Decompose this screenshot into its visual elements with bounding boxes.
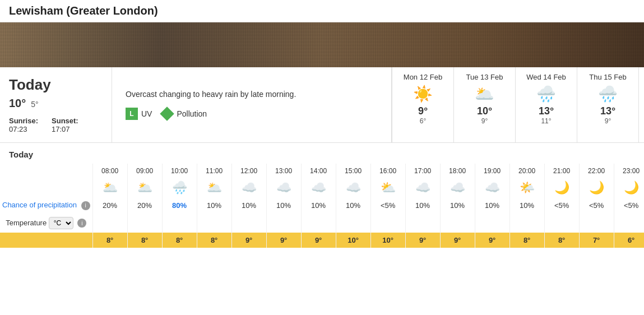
hour-label: 18:00 — [440, 164, 475, 178]
temp-value: 8° — [127, 233, 162, 248]
forecast-day-2[interactable]: Wed 14 Feb 🌧️ 13° 11° — [515, 67, 577, 142]
hourly-table: 08:0009:0010:0011:0012:0013:0014:0015:00… — [0, 164, 644, 248]
hourly-title: Today — [0, 150, 644, 164]
forecast-high: 13° — [582, 105, 634, 117]
today-temps: 10° 5° — [9, 97, 103, 110]
weather-icon: 🌙 — [544, 178, 579, 197]
precip-value: 20% — [127, 197, 162, 214]
weather-icon: 🌥️ — [197, 178, 231, 197]
precip-value: 10% — [301, 197, 336, 214]
sunset-label: Sunset: — [52, 117, 78, 125]
pollution-icon — [161, 108, 173, 120]
precip-value: <5% — [579, 197, 614, 214]
today-left-panel: Today 10° 5° Sunrise: 07:23 Sunset: 17:0… — [0, 67, 112, 142]
badges-row: L UV Pollution — [126, 108, 378, 120]
weather-icon: 🌧️ — [162, 178, 197, 197]
hour-label: 23:00 — [614, 164, 644, 178]
weather-icon: ☁️ — [336, 178, 370, 197]
today-high: 10° — [9, 97, 26, 109]
sunrise-label: Sunrise: — [9, 117, 38, 125]
precip-value: 10% — [440, 197, 475, 214]
forecast-day-4[interactable]: Fri 16 Feb 🌧️ 12° 7° — [638, 67, 644, 142]
pollution-badge: Pollution — [161, 108, 207, 120]
precip-value: 20% — [92, 197, 127, 214]
temp-value: 10° — [370, 233, 405, 248]
temp-value: 9° — [475, 233, 509, 248]
precip-value: <5% — [614, 197, 644, 214]
hour-label: 21:00 — [544, 164, 579, 178]
hour-label: 20:00 — [509, 164, 544, 178]
forecast-icon: 🌧️ — [582, 85, 634, 103]
temp-value: 10° — [336, 233, 370, 248]
precip-value: 10% — [405, 197, 440, 214]
hour-label: 10:00 — [162, 164, 197, 178]
forecast-day-1[interactable]: Tue 13 Feb 🌥️ 10° 9° — [453, 67, 515, 142]
weather-icon: 🌥️ — [127, 178, 162, 197]
temp-value: 8° — [509, 233, 544, 248]
temp-value: 9° — [266, 233, 301, 248]
temp-label-cell: Temperature °C°F i — [0, 214, 92, 233]
forecast-icon: 🌥️ — [458, 85, 511, 103]
temp-value: 9° — [440, 233, 475, 248]
hour-label: 14:00 — [301, 164, 336, 178]
weather-icon: 🌥️ — [92, 178, 127, 197]
today-description: Overcast changing to heavy rain by late … — [126, 90, 378, 99]
temp-value: 8° — [92, 233, 127, 248]
uv-icon: L — [126, 108, 138, 120]
forecast-date: Wed 14 Feb — [520, 73, 572, 81]
forecast-date: Mon 12 Feb — [397, 73, 449, 81]
precip-info-icon[interactable]: i — [81, 201, 90, 210]
hour-label: 13:00 — [266, 164, 301, 178]
today-middle-panel: Overcast changing to heavy rain by late … — [112, 67, 392, 142]
forecast-low: 11° — [520, 117, 572, 125]
forecast-low: 6° — [397, 117, 449, 125]
sunset-time: 17:07 — [52, 125, 70, 133]
forecast-date: Tue 13 Feb — [458, 73, 511, 81]
temp-value: 6° — [614, 233, 644, 248]
temp-value: 9° — [405, 233, 440, 248]
forecast-date: Thu 15 Feb — [582, 73, 634, 81]
temp-value: 8° — [544, 233, 579, 248]
precip-value: 10% — [266, 197, 301, 214]
hour-label: 15:00 — [336, 164, 370, 178]
sunrise-time: 07:23 — [9, 125, 27, 133]
precip-value: 10% — [475, 197, 509, 214]
forecast-icon: 🌧️ — [520, 85, 572, 103]
hour-label: 16:00 — [370, 164, 405, 178]
precip-value: <5% — [544, 197, 579, 214]
weather-icon: ☁️ — [231, 178, 266, 197]
uv-label: UV — [141, 109, 152, 118]
weather-icon: ⛅ — [370, 178, 405, 197]
forecast-high: 13° — [520, 105, 572, 117]
hour-label: 22:00 — [579, 164, 614, 178]
forecast-day-0[interactable]: Mon 12 Feb ☀️ 9° 6° — [392, 67, 453, 142]
forecast-day-3[interactable]: Thu 15 Feb 🌧️ 13° 9° — [577, 67, 638, 142]
temp-value: 8° — [162, 233, 197, 248]
temp-value: 7° — [579, 233, 614, 248]
weather-icon: 🌙 — [579, 178, 614, 197]
today-label: Today — [9, 76, 103, 94]
forecast-low: 9° — [582, 117, 634, 125]
weather-icon: ☁️ — [440, 178, 475, 197]
pollution-label: Pollution — [177, 109, 207, 118]
forecast-high: 10° — [458, 105, 511, 117]
hourly-table-wrapper: 08:0009:0010:0011:0012:0013:0014:0015:00… — [0, 164, 644, 248]
hour-label: 09:00 — [127, 164, 162, 178]
forecast-low: 9° — [458, 117, 511, 125]
temp-unit-select[interactable]: °C°F — [49, 217, 73, 229]
hour-label: 08:00 — [92, 164, 127, 178]
weather-icon: 🌙 — [614, 178, 644, 197]
hero-image — [0, 22, 644, 67]
forecast-icon: ☀️ — [397, 85, 449, 103]
hour-label: 19:00 — [475, 164, 509, 178]
temp-value: 9° — [301, 233, 336, 248]
uv-badge: L UV — [126, 108, 152, 120]
today-low: 5° — [31, 100, 38, 109]
precip-value: 10% — [509, 197, 544, 214]
hourly-section: Today 08:0009:0010:0011:0012:0013:0014:0… — [0, 143, 644, 248]
hour-label: 11:00 — [197, 164, 231, 178]
hour-label: 12:00 — [231, 164, 266, 178]
temp-info-icon[interactable]: i — [77, 219, 86, 228]
weather-icon: ☁️ — [301, 178, 336, 197]
page-title: Lewisham (Greater London) — [0, 0, 644, 22]
